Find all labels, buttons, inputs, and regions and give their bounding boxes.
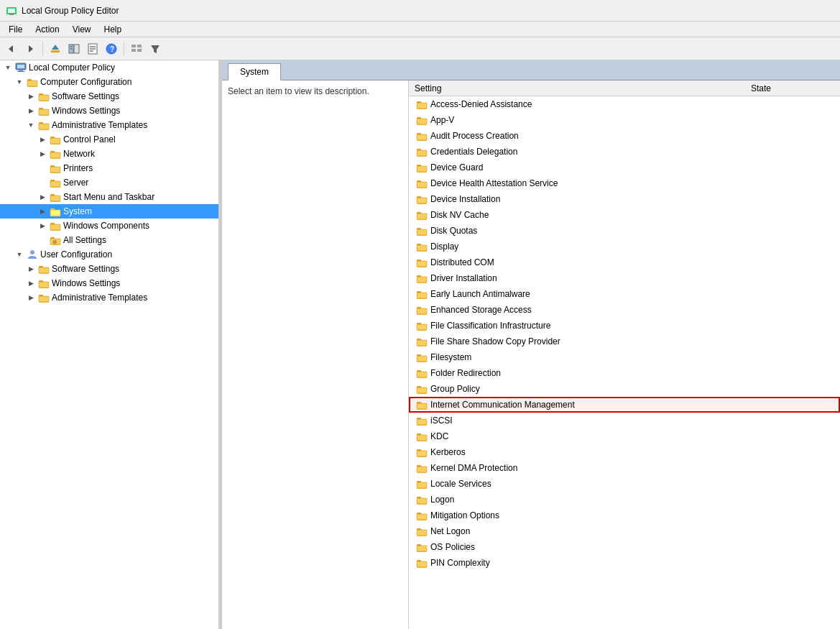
tree-item-control-panel[interactable]: ▶ Control Panel	[0, 132, 218, 147]
list-item[interactable]: Folder Redirection	[409, 365, 840, 381]
svg-rect-144	[417, 467, 427, 472]
expand-btn-administrative-templates[interactable]: ▼	[26, 120, 36, 130]
properties-button[interactable]	[84, 40, 101, 58]
menu-help[interactable]: Help	[98, 23, 128, 36]
list-item[interactable]: Logon	[409, 492, 840, 508]
toolbar-sep-2	[124, 42, 124, 56]
svg-rect-8	[74, 45, 79, 53]
tree-item-user-configuration[interactable]: ▼ User Configuration	[0, 247, 218, 262]
list-item[interactable]: Device Installation	[409, 191, 840, 207]
expand-btn-start-menu-taskbar[interactable]: ▶	[37, 192, 47, 202]
up-button[interactable]	[47, 40, 64, 58]
svg-rect-46	[50, 167, 60, 173]
expand-btn-computer-configuration[interactable]: ▼	[14, 77, 24, 87]
folder-icon	[38, 277, 50, 289]
expand-btn-local-computer-policy[interactable]: ▼	[3, 63, 13, 73]
list-item[interactable]: Access-Denied Assistance	[409, 96, 840, 112]
list-item[interactable]: Early Launch Antimalware	[409, 286, 840, 302]
list-item[interactable]: Device Guard	[409, 160, 840, 175]
list-item-text: Net Logon	[430, 526, 749, 536]
list-item[interactable]: Disk NV Cache	[409, 207, 840, 223]
tree-item-network[interactable]: ▶ Network	[0, 147, 218, 161]
view-button[interactable]	[128, 40, 145, 58]
expand-btn-user-administrative-templates[interactable]: ▶	[26, 293, 36, 303]
expand-btn-network[interactable]: ▶	[37, 149, 47, 159]
tree-item-server[interactable]: Server	[0, 175, 218, 190]
tree-item-windows-components[interactable]: ▶ Windows Components	[0, 219, 218, 233]
tree-item-computer-configuration[interactable]: ▼ Computer Configuration	[0, 75, 218, 89]
list-item[interactable]: iSCSI	[409, 413, 840, 428]
list-item[interactable]: Internet Communication Management	[409, 397, 840, 413]
list-item[interactable]: Display	[409, 239, 840, 254]
list-item[interactable]: App-V	[409, 112, 840, 128]
list-item[interactable]: Device Health Attestation Service	[409, 175, 840, 191]
list-item[interactable]: PIN Complexity	[409, 555, 840, 571]
tree-item-administrative-templates[interactable]: ▼ Administrative Templates	[0, 118, 218, 132]
tree-item-label: Control Panel	[63, 134, 116, 144]
expand-btn-windows-components[interactable]: ▶	[37, 221, 47, 231]
tree-item-software-settings[interactable]: ▶ Software Settings	[0, 89, 218, 104]
view-icon	[131, 43, 142, 55]
list-item-folder-icon	[416, 288, 428, 300]
menu-file[interactable]: File	[3, 23, 28, 36]
list-item[interactable]: Locale Services	[409, 476, 840, 492]
list-item[interactable]: File Classification Infrastructure	[409, 318, 840, 334]
list-item[interactable]: Audit Process Creation	[409, 128, 840, 144]
list-item-text: Enhanced Storage Access	[430, 305, 749, 315]
forward-button[interactable]	[22, 40, 39, 58]
list-item-text: Filesystem	[430, 352, 749, 362]
console-tree-icon	[68, 43, 80, 55]
list-item[interactable]: Distributed COM	[409, 254, 840, 270]
menu-view[interactable]: View	[67, 23, 97, 36]
show-hide-button[interactable]	[65, 40, 83, 58]
tree-item-label: Local Computer Policy	[29, 63, 115, 73]
tree-item-all-settings[interactable]: ⚙ All Settings	[0, 233, 218, 247]
list-item[interactable]: Mitigation Options	[409, 508, 840, 523]
tree-item-system[interactable]: ▶ System	[0, 204, 218, 219]
tree-item-user-administrative-templates[interactable]: ▶ Administrative Templates	[0, 290, 218, 305]
list-item[interactable]: Group Policy	[409, 381, 840, 397]
list-item[interactable]: KDC	[409, 428, 840, 444]
back-button[interactable]	[3, 40, 20, 58]
tab-system[interactable]: System	[228, 63, 281, 81]
items-panel[interactable]: Setting State Access-Denied Assistance A…	[409, 81, 840, 629]
tree-item-start-menu-taskbar[interactable]: ▶ Start Menu and Taskbar	[0, 190, 218, 204]
list-item-text: Logon	[430, 495, 749, 505]
list-item[interactable]: Disk Quotas	[409, 223, 840, 239]
list-item-text: Internet Communication Management	[430, 400, 749, 410]
tree-item-user-windows-settings[interactable]: ▶ Windows Settings	[0, 276, 218, 290]
list-item[interactable]: Kerberos	[409, 444, 840, 460]
list-item[interactable]: Filesystem	[409, 349, 840, 365]
tree-item-user-software-settings[interactable]: ▶ Software Settings	[0, 262, 218, 276]
filter-button[interactable]	[147, 40, 164, 58]
expand-btn-control-panel[interactable]: ▶	[37, 134, 47, 144]
svg-rect-49	[50, 181, 60, 187]
list-item[interactable]: Driver Installation	[409, 270, 840, 286]
expand-btn-system[interactable]: ▶	[37, 206, 47, 216]
tree-item-windows-settings[interactable]: ▶ Windows Settings	[0, 104, 218, 118]
menu-action[interactable]: Action	[29, 23, 65, 36]
svg-rect-58	[50, 224, 60, 230]
list-item-folder-icon	[416, 304, 428, 316]
list-item-folder-icon	[416, 525, 428, 537]
up-icon	[50, 43, 61, 55]
list-item[interactable]: Kernel DMA Protection	[409, 460, 840, 476]
expand-btn-user-configuration[interactable]: ▼	[14, 249, 24, 260]
tree-item-local-computer-policy[interactable]: ▼ Local Computer Policy	[0, 60, 218, 75]
expand-btn-user-windows-settings[interactable]: ▶	[26, 278, 36, 288]
expand-btn-software-settings[interactable]: ▶	[26, 91, 36, 101]
list-item-text: Kernel DMA Protection	[430, 463, 749, 473]
list-item[interactable]: Net Logon	[409, 523, 840, 539]
tree-item-printers[interactable]: Printers	[0, 161, 218, 175]
list-item[interactable]: Credentials Delegation	[409, 144, 840, 160]
expand-btn-windows-settings[interactable]: ▶	[26, 106, 36, 116]
help-button[interactable]: ?	[103, 40, 120, 58]
list-item[interactable]: Enhanced Storage Access	[409, 302, 840, 318]
svg-rect-78	[417, 119, 427, 124]
list-item[interactable]: File Share Shadow Copy Provider	[409, 334, 840, 349]
settings-folder-icon: ⚙	[50, 234, 61, 246]
list-item[interactable]: OS Policies	[409, 539, 840, 555]
svg-rect-105	[417, 261, 427, 267]
folder-icon	[50, 134, 61, 145]
expand-btn-user-software-settings[interactable]: ▶	[26, 264, 36, 274]
